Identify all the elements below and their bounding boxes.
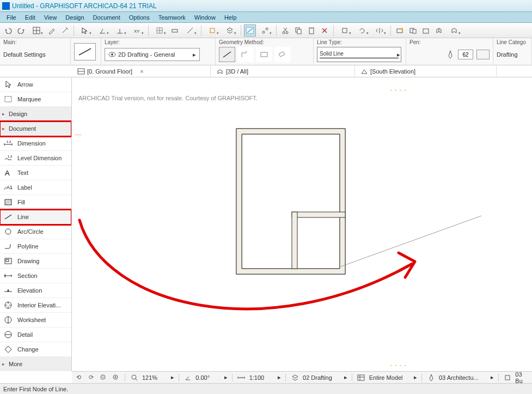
tool-drawing[interactable]: Drawing — [0, 254, 71, 269]
chevron-right-icon[interactable]: ▸ — [344, 374, 347, 381]
delete-icon[interactable] — [319, 25, 331, 37]
title-bar: Untitled - GRAPHISOFT ARCHICAD-64 21 TRI… — [0, 0, 532, 12]
section-design[interactable]: Design — [0, 107, 71, 122]
tab-3d-all[interactable]: [3D / All] — [211, 65, 355, 77]
chevron-right-icon[interactable]: ▸ — [414, 374, 417, 381]
nav-forward-icon[interactable]: ⟳ — [87, 373, 96, 382]
section-document[interactable]: Document — [0, 122, 71, 136]
geom-rotated-rect[interactable] — [274, 47, 291, 62]
3d-cutaway-icon[interactable] — [433, 25, 445, 37]
tool-fill[interactable]: Fill — [0, 195, 71, 210]
trace-icon[interactable] — [204, 25, 221, 37]
tool-worksheet[interactable]: Worksheet — [0, 313, 71, 328]
svg-point-17 — [401, 28, 403, 30]
tool-arrow[interactable]: Arrow — [0, 77, 71, 92]
chevron-right-icon[interactable]: ▸ — [171, 374, 174, 381]
element-preview[interactable] — [74, 43, 96, 60]
geom-rect[interactable] — [256, 47, 272, 62]
tool-detail[interactable]: Detail — [0, 328, 71, 342]
ruler-icon[interactable] — [169, 25, 181, 37]
arch-value[interactable]: 03 Architectu... — [439, 374, 487, 381]
menu-document[interactable]: Document — [89, 13, 125, 22]
undo-icon[interactable] — [2, 25, 14, 37]
tool-marquee[interactable]: Marquee — [0, 92, 71, 107]
open-view-icon[interactable] — [420, 25, 432, 37]
linetype-selector[interactable]: Solid Line — [317, 47, 401, 62]
grid-snap-icon[interactable] — [28, 25, 45, 37]
geom-single-line[interactable] — [219, 47, 235, 62]
chevron-right-icon[interactable]: ▸ — [491, 374, 494, 381]
drawing-canvas[interactable]: ARCHICAD Trial version, not for resale. … — [72, 89, 532, 371]
tab-south-elevation[interactable]: [South Elevation] — [355, 65, 497, 77]
layers-icon[interactable] — [222, 25, 238, 37]
nav-back-icon[interactable]: ⟲ — [74, 373, 83, 382]
menu-teamwork[interactable]: Teamwork — [154, 13, 190, 22]
tool-level-dimension[interactable]: 1.2Level Dimension — [0, 151, 71, 166]
layers-bar-icon[interactable] — [290, 373, 299, 382]
tool-line[interactable]: Line — [0, 210, 71, 225]
menu-file[interactable]: File — [2, 13, 21, 22]
chevron-right-icon[interactable]: ▸ — [224, 374, 228, 381]
chevron-right-icon[interactable]: ▸ — [278, 374, 281, 381]
snap-options-icon[interactable] — [257, 25, 273, 37]
menu-window[interactable]: Window — [190, 13, 220, 22]
menu-options[interactable]: Options — [125, 13, 154, 22]
section-more[interactable]: More — [0, 357, 71, 371]
scale-icon[interactable] — [237, 373, 246, 382]
trace-marker-icon: - - - - — [390, 361, 407, 368]
menu-view[interactable]: View — [40, 13, 62, 22]
cursor-mode-icon[interactable] — [77, 25, 93, 37]
pen-color-swatch[interactable] — [476, 50, 490, 59]
tool-interior-elevation[interactable]: Interior Elevati... — [0, 298, 71, 313]
scale-value[interactable]: 1:100 — [249, 374, 275, 381]
xy-icon[interactable]: XY — [129, 25, 145, 37]
menu-design[interactable]: Design — [61, 13, 88, 22]
renovation-icon[interactable] — [503, 373, 512, 382]
bu-value[interactable]: 03 Bu — [515, 371, 530, 384]
syringe-icon[interactable] — [59, 25, 71, 37]
geom-chained[interactable] — [237, 47, 254, 62]
pen-bar-icon[interactable] — [426, 373, 436, 382]
tool-elevation[interactable]: Elevation — [0, 283, 71, 298]
zoom-value[interactable]: 121% — [142, 374, 168, 381]
cut-icon[interactable] — [279, 25, 291, 37]
menu-help[interactable]: Help — [220, 13, 241, 22]
measure-icon[interactable] — [182, 25, 198, 37]
svg-rect-45 — [292, 212, 345, 217]
mirror-icon[interactable] — [371, 25, 388, 37]
rotate-icon[interactable] — [354, 25, 370, 37]
tool-dimension[interactable]: 1.2Dimension — [0, 136, 71, 151]
pen-input[interactable] — [458, 50, 473, 59]
zoom-out-icon[interactable] — [99, 373, 108, 382]
zoom-in-icon[interactable] — [111, 373, 120, 382]
default-settings-label[interactable]: Default Settings — [3, 51, 46, 58]
angle-value[interactable]: 0.00° — [195, 374, 221, 381]
model-view-icon[interactable] — [357, 373, 366, 382]
tool-text[interactable]: AText — [0, 166, 71, 180]
show-all-icon[interactable] — [394, 25, 406, 37]
tool-label[interactable]: A1Label — [0, 180, 71, 195]
suspend-groups-icon[interactable] — [94, 25, 111, 37]
tab-ground-floor[interactable]: [0. Ground Floor] × — [72, 65, 211, 77]
model-value[interactable]: Entire Model — [369, 374, 411, 381]
tool-arc[interactable]: Arc/Circle — [0, 225, 71, 239]
grid-display-icon[interactable] — [151, 25, 168, 37]
close-icon[interactable]: × — [140, 68, 143, 75]
tool-section[interactable]: Section — [0, 269, 71, 283]
layer-combo-value[interactable]: 02 Drafting — [303, 374, 341, 381]
eyedropper-icon[interactable] — [46, 25, 58, 37]
paste-icon[interactable] — [305, 25, 317, 37]
3d-settings-icon[interactable] — [446, 25, 462, 37]
menu-edit[interactable]: Edit — [21, 13, 40, 22]
new-view-icon[interactable] — [407, 25, 419, 37]
fit-icon[interactable] — [130, 373, 139, 382]
layer-selector[interactable]: 2D Drafting - General ▸ — [105, 48, 200, 61]
tool-change[interactable]: Change — [0, 342, 71, 357]
move-icon[interactable] — [337, 25, 353, 37]
angle-icon[interactable] — [184, 373, 193, 382]
filter-icon[interactable] — [112, 25, 128, 37]
tool-polyline[interactable]: Polyline — [0, 239, 71, 254]
redo-icon[interactable] — [15, 25, 27, 37]
snap-guides-icon[interactable] — [244, 25, 256, 37]
copy-icon[interactable] — [292, 25, 304, 37]
